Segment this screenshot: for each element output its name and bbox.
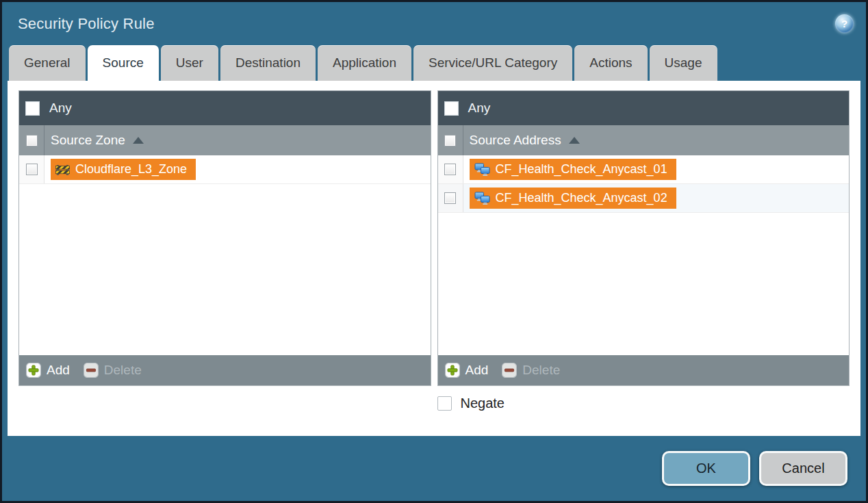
- add-button-label: Add: [47, 363, 70, 378]
- tab-service-url-category[interactable]: Service/URL Category: [413, 45, 572, 81]
- source-zone-select-all-checkbox[interactable]: [26, 135, 38, 146]
- delete-button[interactable]: Delete: [502, 363, 560, 378]
- zone-chip[interactable]: Cloudflare_L3_Zone: [51, 159, 196, 180]
- delete-button-label: Delete: [104, 363, 142, 378]
- source-address-any-label: Any: [468, 101, 491, 116]
- delete-button-label: Delete: [522, 363, 560, 378]
- source-zone-panel: Any Source Zone: [18, 90, 431, 386]
- add-button[interactable]: Add: [445, 363, 489, 378]
- source-zone-rows: Cloudflare_L3_Zone: [19, 155, 431, 355]
- address-chip[interactable]: CF_Health_Check_Anycast_01: [470, 159, 676, 180]
- negate-strip: Negate: [18, 396, 850, 411]
- security-policy-rule-dialog: Security Policy Rule ? General Source Us…: [0, 0, 868, 503]
- sort-ascending-icon: [133, 137, 144, 144]
- delete-button[interactable]: Delete: [84, 363, 142, 378]
- delete-icon: [84, 363, 99, 378]
- tab-actions[interactable]: Actions: [574, 45, 647, 81]
- sort-ascending-icon: [569, 137, 580, 144]
- address-chip-label: CF_Health_Check_Anycast_02: [496, 191, 667, 205]
- source-address-toolbar: Add Delete: [438, 355, 850, 385]
- delete-icon: [502, 363, 517, 378]
- source-zone-any-header: Any: [19, 91, 431, 125]
- source-zone-any-label: Any: [49, 101, 72, 116]
- zone-icon: [55, 164, 70, 176]
- row-checkbox[interactable]: [444, 192, 456, 204]
- source-address-any-header: Any: [438, 91, 850, 125]
- add-button[interactable]: Add: [26, 363, 70, 378]
- source-address-any-checkbox[interactable]: [444, 101, 459, 116]
- tab-destination[interactable]: Destination: [220, 45, 316, 81]
- dialog-footer: OK Cancel: [2, 436, 866, 501]
- address-icon: [474, 163, 490, 177]
- source-zone-column-label: Source Zone: [51, 133, 125, 148]
- tab-general[interactable]: General: [9, 45, 86, 81]
- add-icon: [26, 363, 41, 378]
- tab-source[interactable]: Source: [88, 45, 159, 81]
- source-tab-content: Any Source Zone: [8, 81, 860, 436]
- add-icon: [445, 363, 460, 378]
- source-address-select-all-checkbox[interactable]: [444, 135, 456, 146]
- tab-user[interactable]: User: [161, 45, 218, 81]
- address-chip[interactable]: CF_Health_Check_Anycast_02: [470, 188, 676, 209]
- negate-checkbox[interactable]: [437, 396, 452, 411]
- cancel-button[interactable]: Cancel: [759, 451, 847, 486]
- source-zone-toolbar: Add Delete: [19, 355, 431, 385]
- source-zone-any-checkbox[interactable]: [25, 101, 40, 116]
- table-row[interactable]: CF_Health_Check_Anycast_01: [438, 155, 850, 184]
- source-address-panel: Any Source Address: [437, 90, 850, 386]
- panels: Any Source Zone: [18, 90, 850, 386]
- row-checkbox[interactable]: [26, 164, 38, 175]
- dialog-title: Security Policy Rule: [18, 15, 835, 33]
- source-address-rows: CF_Health_Check_Anycast_01: [438, 155, 850, 355]
- titlebar: Security Policy Rule ?: [2, 2, 866, 45]
- address-icon: [474, 192, 490, 205]
- table-row[interactable]: CF_Health_Check_Anycast_02: [438, 184, 850, 213]
- zone-chip-label: Cloudflare_L3_Zone: [75, 162, 187, 177]
- tab-application[interactable]: Application: [318, 45, 411, 81]
- address-chip-label: CF_Health_Check_Anycast_01: [496, 162, 667, 177]
- source-address-column-header[interactable]: Source Address: [438, 125, 850, 155]
- tab-usage[interactable]: Usage: [650, 45, 717, 81]
- source-zone-column-header[interactable]: Source Zone: [19, 125, 431, 155]
- add-button-label: Add: [465, 363, 489, 378]
- table-row[interactable]: Cloudflare_L3_Zone: [19, 155, 431, 184]
- row-checkbox[interactable]: [444, 164, 456, 175]
- help-icon[interactable]: ?: [835, 14, 854, 33]
- negate-label: Negate: [461, 396, 505, 411]
- tab-bar: General Source User Destination Applicat…: [2, 45, 866, 81]
- source-address-column-label: Source Address: [470, 133, 561, 148]
- ok-button[interactable]: OK: [662, 451, 750, 486]
